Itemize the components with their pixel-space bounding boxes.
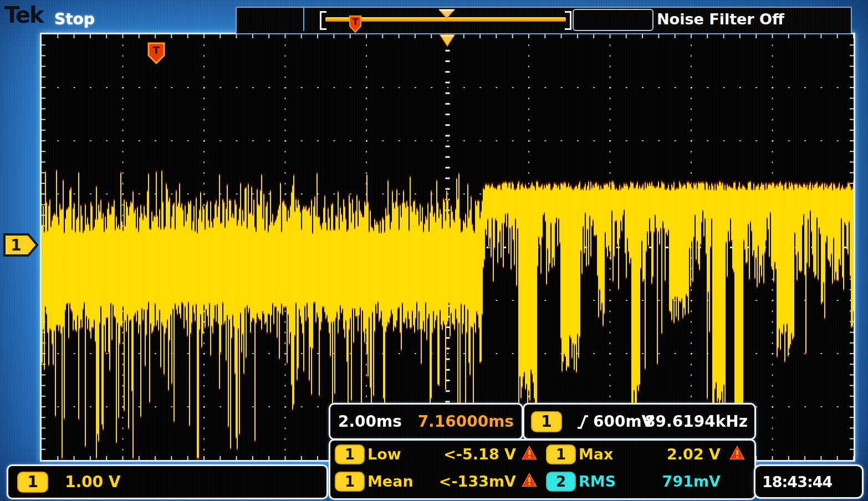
trigger-source-badge: 1 [531, 411, 562, 432]
readout-placeholder-box [573, 9, 653, 31]
oscilloscope-screen: Tek Stop T Noise Filter Off T 1 1 1.00 V [0, 0, 868, 501]
trigger-time-flag-icon: T [349, 16, 362, 33]
trigger-position-bar-icon [438, 9, 455, 19]
menu-placeholder-box [237, 8, 304, 31]
tek-logo: Tek [4, 2, 43, 28]
measurements-panel: 1 Low <-5.18 V 1 Max 2.02 V 1 [329, 439, 756, 500]
measurement-row: 1 Mean <-133mV 2 RMS 791mV [330, 468, 754, 495]
measurement-mean: 1 Mean <-133mV [330, 468, 542, 495]
trigger-level-flag-icon: T [147, 42, 165, 64]
measurement-label: Max [579, 446, 614, 463]
graticule [40, 33, 855, 462]
measurement-label: Mean [367, 473, 413, 490]
timebase-scale: 2.00ms [338, 412, 402, 431]
svg-text:T: T [153, 44, 160, 56]
svg-text:T: T [353, 17, 359, 27]
waveform-canvas [42, 34, 854, 460]
channel1-ground-marker: 1 [3, 232, 39, 258]
measurement-channel-badge: 2 [546, 472, 576, 492]
trigger-horizontal-position-icon [440, 34, 455, 47]
channel1-badge: 1 [17, 472, 48, 493]
clock-readout: 18:43:44 [754, 464, 864, 499]
measurement-channel-badge: 1 [546, 444, 576, 464]
measurement-value: 2.02 V [667, 446, 721, 463]
rising-edge-icon [576, 413, 589, 430]
measurement-low: 1 Low <-5.18 V [330, 441, 542, 468]
measurement-value: <-133mV [439, 473, 516, 490]
warning-icon [522, 473, 537, 487]
measurement-label: Low [367, 446, 401, 463]
channel1-scale-value: 1.00 V [65, 473, 121, 491]
record-view-bracket-right-icon [565, 11, 571, 30]
measurement-row: 1 Low <-5.18 V 1 Max 2.02 V [330, 441, 754, 468]
timebase-readout: 2.00ms 7.16000ms [329, 403, 523, 440]
svg-text:1: 1 [11, 236, 21, 254]
top-status-strip: T Noise Filter Off [236, 7, 852, 34]
warning-icon [522, 446, 537, 460]
measurement-rms: 2 RMS 791mV [542, 468, 753, 495]
horizontal-delay-value: 7.16000ms [418, 412, 514, 431]
measurement-value: 791mV [662, 473, 721, 490]
trigger-readout: 1 600mV 89.6194kHz [523, 403, 756, 440]
acquisition-status: Stop [54, 10, 95, 28]
measurement-max: 1 Max 2.02 V [542, 441, 753, 468]
measurement-label: RMS [579, 473, 616, 490]
measurement-channel-badge: 1 [335, 444, 365, 464]
noise-filter-status: Noise Filter Off [657, 8, 784, 31]
measurement-channel-badge: 1 [335, 472, 365, 492]
channel1-scale-readout: 1 1.00 V [7, 464, 328, 499]
clock-time: 18:43:44 [762, 473, 832, 490]
warning-icon [729, 446, 745, 460]
measurement-value: <-5.18 V [443, 446, 516, 463]
trigger-frequency-value: 89.6194kHz [645, 412, 748, 431]
